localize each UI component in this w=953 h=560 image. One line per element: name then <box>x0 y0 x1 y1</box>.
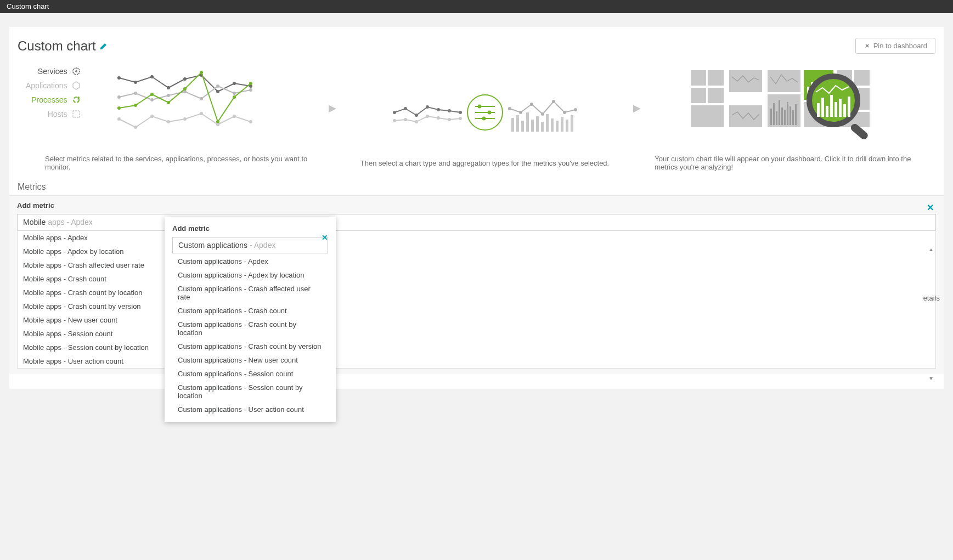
svg-point-8 <box>150 75 154 78</box>
svg-rect-104 <box>792 110 794 125</box>
svg-marker-2 <box>73 82 80 89</box>
svg-point-43 <box>404 107 407 110</box>
pin-icon <box>864 43 870 49</box>
metric-option[interactable]: Mobile apps - Crash count by location <box>18 286 935 299</box>
metric-dropdown-2: Custom applications - ApdexCustom applic… <box>172 254 328 403</box>
svg-rect-99 <box>779 100 780 125</box>
step-1: Services Applications Processes Hosts <box>42 67 318 171</box>
metric-option[interactable]: Mobile apps - Apdex by location <box>18 245 935 258</box>
source-hosts[interactable]: Hosts <box>48 110 81 118</box>
svg-rect-96 <box>770 109 772 125</box>
svg-rect-118 <box>826 106 828 117</box>
metric-option[interactable]: Custom applications - Crash count <box>172 304 328 318</box>
close-panel-2-button[interactable]: ✕ <box>322 233 328 242</box>
gear-icon <box>72 67 81 76</box>
metric-option[interactable]: Custom applications - Session count by l… <box>172 381 328 403</box>
step-3: Your custom chart tile will appear on yo… <box>652 67 927 171</box>
svg-point-12 <box>216 90 219 93</box>
svg-point-49 <box>393 119 396 122</box>
svg-rect-73 <box>526 112 529 132</box>
svg-point-23 <box>249 88 252 92</box>
host-icon <box>72 110 81 118</box>
dashboard-tiles-illustration <box>691 70 888 150</box>
svg-point-47 <box>448 109 451 112</box>
source-list: Services Applications Processes Hosts <box>26 67 81 118</box>
svg-point-41 <box>249 120 252 123</box>
svg-rect-93 <box>854 70 870 86</box>
arrow-icon: ▶ <box>628 102 646 114</box>
close-panel-1-button[interactable]: ✕ <box>927 202 934 213</box>
metric-option[interactable]: Mobile apps - Crash count by version <box>18 299 935 313</box>
svg-point-38 <box>200 112 203 115</box>
svg-rect-123 <box>848 97 850 117</box>
svg-point-65 <box>530 103 533 106</box>
metric-option[interactable]: Mobile apps - Session count by location <box>18 341 935 354</box>
metric-option[interactable]: Mobile apps - User action count <box>18 354 935 368</box>
svg-rect-84 <box>708 70 724 86</box>
svg-rect-75 <box>536 116 539 132</box>
svg-point-39 <box>216 123 219 126</box>
metric-option[interactable]: Mobile apps - New user count <box>18 313 935 327</box>
svg-point-67 <box>552 100 555 103</box>
panel-2-title: Add metric <box>172 224 328 233</box>
metric-option[interactable]: Mobile apps - Session count <box>18 327 935 341</box>
svg-point-53 <box>437 116 440 120</box>
svg-point-48 <box>459 111 462 114</box>
svg-point-10 <box>183 77 187 81</box>
page-title: Custom chart <box>18 38 96 54</box>
svg-point-52 <box>426 115 429 118</box>
svg-point-24 <box>117 106 121 110</box>
svg-point-32 <box>249 82 252 85</box>
svg-point-36 <box>167 120 170 123</box>
svg-point-16 <box>134 92 137 95</box>
svg-rect-74 <box>531 120 534 132</box>
svg-point-4 <box>77 97 80 99</box>
svg-point-20 <box>200 97 203 100</box>
metric-option[interactable]: Custom applications - Crash count by ver… <box>172 340 328 353</box>
metric-option[interactable]: Mobile apps - Crash count <box>18 272 935 286</box>
metric-option[interactable]: Custom applications - Apdex <box>172 254 328 268</box>
step-2-chart <box>392 82 578 143</box>
svg-rect-88 <box>729 70 762 92</box>
source-applications[interactable]: Applications <box>26 81 81 90</box>
svg-point-46 <box>437 108 440 111</box>
svg-rect-116 <box>817 103 820 117</box>
edit-title-icon[interactable] <box>99 42 108 50</box>
source-processes[interactable]: Processes <box>31 95 80 104</box>
metric-search-input-2[interactable]: Custom applications - Apdex <box>172 237 328 253</box>
svg-point-25 <box>134 104 137 107</box>
svg-rect-101 <box>784 110 786 125</box>
metric-option[interactable]: Custom applications - Session count <box>172 367 328 381</box>
metric-option[interactable]: Custom applications - Crash affected use… <box>172 282 328 304</box>
metric-option[interactable]: Mobile apps - Crash affected user rate <box>18 258 935 272</box>
source-services[interactable]: Services <box>38 67 81 76</box>
svg-rect-78 <box>551 118 554 132</box>
dropdown-scrollbar[interactable] <box>928 248 934 380</box>
metric-search-input-1[interactable]: Mobile apps - Apdex <box>17 214 936 230</box>
step-3-visual <box>652 67 927 149</box>
svg-point-63 <box>508 107 511 110</box>
step-2-description: Then select a chart type and aggregation… <box>347 159 623 167</box>
metric-option[interactable]: Custom applications - New user count <box>172 353 328 367</box>
svg-rect-103 <box>790 106 791 125</box>
svg-point-22 <box>233 92 236 95</box>
wizard-steps: Services Applications Processes Hosts <box>9 61 944 177</box>
svg-point-50 <box>404 118 407 121</box>
svg-point-33 <box>117 117 121 121</box>
step-2-visual <box>347 71 623 154</box>
svg-point-15 <box>117 95 121 99</box>
step-2: Then select a chart type and aggregation… <box>347 71 623 167</box>
step-3-description: Your custom chart tile will appear on yo… <box>652 155 927 171</box>
svg-point-31 <box>233 95 236 99</box>
topbar-title: Custom chart <box>7 2 49 10</box>
hexagon-icon <box>72 81 81 90</box>
process-icon <box>72 95 81 104</box>
metric-option[interactable]: Custom applications - Crash count by loc… <box>172 318 328 340</box>
metric-option[interactable]: Custom applications - Apdex by location <box>172 268 328 282</box>
svg-point-34 <box>134 126 137 129</box>
pin-to-dashboard-button[interactable]: Pin to dashboard <box>855 38 935 54</box>
svg-point-37 <box>183 117 187 121</box>
metric-option[interactable]: Mobile apps - Apdex <box>18 231 935 245</box>
svg-point-29 <box>200 71 203 74</box>
svg-rect-100 <box>781 108 783 125</box>
